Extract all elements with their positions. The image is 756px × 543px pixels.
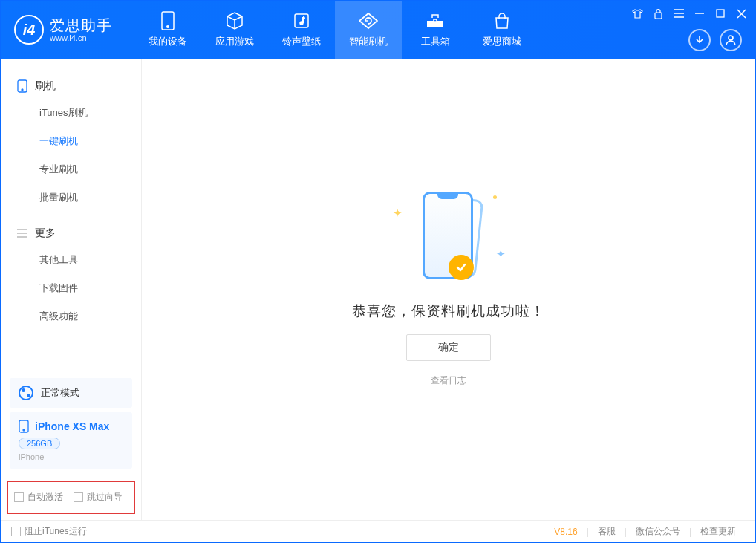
header: i4 爱思助手 www.i4.cn 我的设备 应用游戏 铃声壁纸 智能刷机 工具… — [1, 1, 755, 59]
view-log-link[interactable]: 查看日志 — [431, 374, 466, 387]
version-label[interactable]: V8.16 — [545, 527, 586, 537]
svg-point-13 — [23, 429, 25, 431]
tab-label: 铃声壁纸 — [282, 35, 321, 48]
mode-icon — [19, 386, 33, 400]
footer: 阻止iTunes运行 V8.16 | 客服 | 微信公众号 | 检查更新 — [1, 520, 755, 542]
logo-icon: i4 — [14, 15, 44, 45]
shirt-icon[interactable] — [630, 7, 644, 20]
svg-point-3 — [300, 22, 303, 25]
main-content: ✦ ✦ 恭喜您，保资料刷机成功啦！ 确定 查看日志 — [142, 59, 755, 520]
header-side-buttons — [688, 29, 742, 51]
svg-rect-6 — [434, 19, 437, 22]
refresh-icon — [359, 11, 378, 30]
success-illustration: ✦ ✦ — [408, 192, 489, 288]
check-update-link[interactable]: 检查更新 — [691, 525, 745, 538]
sidebar-item-itunes-flash[interactable]: iTunes刷机 — [1, 99, 141, 127]
tab-smart-flash[interactable]: 智能刷机 — [335, 1, 402, 59]
maximize-icon[interactable] — [714, 7, 727, 20]
menu-icon[interactable] — [672, 7, 685, 20]
tab-label: 应用游戏 — [215, 35, 254, 48]
group-label: 更多 — [35, 227, 56, 240]
music-icon — [292, 11, 311, 30]
svg-point-9 — [729, 36, 733, 40]
sidebar-group-more: 更多 — [1, 221, 141, 246]
phone-icon — [158, 11, 177, 30]
body: 刷机 iTunes刷机 一键刷机 专业刷机 批量刷机 更多 其他工具 下载固件 … — [1, 59, 755, 520]
checkbox-label: 阻止iTunes运行 — [25, 525, 87, 538]
svg-rect-2 — [295, 14, 308, 27]
tab-store[interactable]: 爱思商城 — [469, 1, 535, 59]
cube-icon — [225, 11, 244, 30]
tab-apps-games[interactable]: 应用游戏 — [201, 1, 268, 59]
user-button[interactable] — [720, 29, 742, 51]
svg-point-11 — [22, 89, 23, 91]
tab-label: 我的设备 — [149, 35, 187, 48]
checkbox-icon — [11, 527, 21, 536]
app-title: 爱思助手 — [50, 17, 112, 33]
mode-label: 正常模式 — [41, 386, 79, 400]
close-icon[interactable] — [734, 7, 748, 20]
wechat-link[interactable]: 微信公众号 — [627, 525, 689, 538]
minimize-icon[interactable] — [693, 7, 706, 20]
ok-button[interactable]: 确定 — [406, 334, 491, 361]
sidebar-item-pro-flash[interactable]: 专业刷机 — [1, 155, 141, 183]
toolbox-icon — [426, 11, 445, 30]
checkbox-icon — [74, 492, 83, 502]
sidebar-group-flash: 刷机 — [1, 74, 141, 99]
window-controls — [630, 7, 748, 20]
group-label: 刷机 — [35, 79, 56, 93]
tab-label: 工具箱 — [421, 35, 450, 48]
svg-point-1 — [167, 26, 169, 28]
sidebar-item-batch-flash[interactable]: 批量刷机 — [1, 183, 141, 212]
device-storage: 256GB — [19, 438, 60, 449]
highlighted-checks: 自动激活 跳过向导 — [7, 481, 135, 514]
checkbox-label: 自动激活 — [27, 491, 63, 504]
support-link[interactable]: 客服 — [589, 525, 625, 538]
device-type: iPhone — [19, 452, 123, 461]
checkbox-icon — [14, 492, 24, 502]
lock-icon[interactable] — [651, 7, 665, 20]
sidebar-item-download-firmware[interactable]: 下载固件 — [1, 274, 141, 302]
sidebar-item-oneclick-flash[interactable]: 一键刷机 — [1, 127, 141, 155]
app-subtitle: www.i4.cn — [50, 33, 112, 42]
list-icon — [17, 229, 27, 238]
sidebar: 刷机 iTunes刷机 一键刷机 专业刷机 批量刷机 更多 其他工具 下载固件 … — [1, 59, 142, 520]
sparkle-dot-icon — [493, 195, 497, 199]
sidebar-item-other-tools[interactable]: 其他工具 — [1, 246, 141, 274]
sparkle-icon: ✦ — [496, 247, 506, 261]
checkbox-skip-guide[interactable]: 跳过向导 — [74, 491, 123, 504]
device-name: iPhone XS Max — [35, 420, 109, 432]
tab-label: 智能刷机 — [349, 35, 388, 48]
checkmark-badge-icon — [449, 255, 474, 280]
logo[interactable]: i4 爱思助手 www.i4.cn — [14, 15, 112, 45]
phone-front-icon — [423, 192, 473, 279]
sidebar-item-advanced[interactable]: 高级功能 — [1, 302, 141, 331]
checkbox-auto-activate[interactable]: 自动激活 — [14, 491, 63, 504]
success-message: 恭喜您，保资料刷机成功啦！ — [352, 302, 545, 321]
download-button[interactable] — [688, 29, 711, 51]
checkbox-label: 跳过向导 — [87, 491, 123, 504]
device-card[interactable]: iPhone XS Max 256GB iPhone — [10, 412, 132, 469]
tab-my-device[interactable]: 我的设备 — [134, 1, 201, 59]
sparkle-icon: ✦ — [393, 207, 403, 220]
bag-icon — [492, 11, 512, 30]
tab-toolbox[interactable]: 工具箱 — [402, 1, 469, 59]
checkbox-block-itunes[interactable]: 阻止iTunes运行 — [11, 525, 87, 538]
mode-card[interactable]: 正常模式 — [10, 378, 132, 408]
tab-label: 爱思商城 — [483, 35, 521, 48]
svg-rect-8 — [717, 10, 724, 17]
phone-small-icon — [17, 79, 27, 93]
nav-tabs: 我的设备 应用游戏 铃声壁纸 智能刷机 工具箱 爱思商城 — [134, 1, 535, 59]
device-icon — [19, 420, 29, 433]
tab-ringtones-wallpapers[interactable]: 铃声壁纸 — [268, 1, 335, 59]
svg-rect-7 — [655, 13, 662, 19]
